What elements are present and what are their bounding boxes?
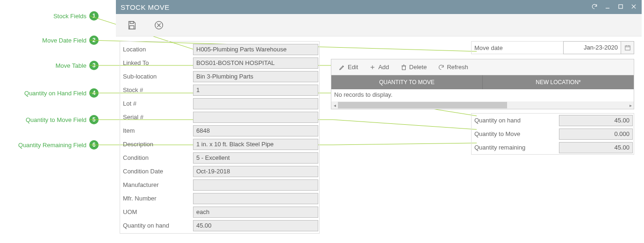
qty-onhand-label: Quantity on hand: [472, 117, 559, 124]
conditiondate-label: Condition Date: [121, 168, 193, 175]
qty-summary-panel: Quantity on hand45.00 Quantity to Move0.…: [471, 113, 634, 155]
qty-tomove-field[interactable]: 0.000: [559, 129, 633, 140]
linkedto-field[interactable]: BOS01-BOSTON HOSPITAL: [193, 57, 318, 69]
annot-badge-1: 1: [89, 11, 99, 21]
annot-badge-3: 3: [89, 61, 99, 70]
col-qty-to-move[interactable]: QUANTITY TO MOVE: [331, 75, 483, 89]
minimize-icon[interactable]: [604, 3, 611, 11]
svg-rect-14: [129, 25, 134, 29]
grid-empty-text: No records to display.: [331, 89, 634, 101]
qty-tomove-label: Quantity to Move: [472, 130, 559, 137]
toolbar: [116, 14, 642, 36]
svg-rect-10: [619, 4, 623, 8]
description-field[interactable]: 1 in. x 10 ft. Black Steel Pipe: [193, 139, 318, 150]
refresh-icon[interactable]: [591, 3, 598, 11]
close-icon[interactable]: [630, 3, 637, 11]
window-title: STOCK MOVE: [121, 3, 591, 11]
stock-move-window: STOCK MOVE LocationH005-Plumbing Parts W…: [116, 0, 642, 241]
annot-badge-5: 5: [89, 115, 99, 124]
item-field[interactable]: 6848: [193, 125, 318, 136]
qty-onhand-field[interactable]: 45.00: [559, 115, 633, 126]
condition-field[interactable]: 5 - Excellent: [193, 152, 318, 164]
manufacturer-field[interactable]: [193, 179, 318, 191]
sublocation-field[interactable]: Bin 3-Plumbing Parts: [193, 71, 318, 82]
svg-rect-13: [130, 21, 133, 23]
uom-label: UOM: [121, 208, 193, 215]
grid-delete-button[interactable]: Delete: [401, 64, 427, 71]
serial-label: Serial #: [121, 114, 193, 121]
grid-horizontal-scrollbar[interactable]: ◂▸: [331, 101, 634, 109]
movedate-label: Move date: [471, 41, 563, 54]
qoh-field[interactable]: 45.00: [193, 220, 318, 231]
grid-add-button[interactable]: Add: [369, 64, 389, 71]
lot-field[interactable]: [193, 98, 318, 109]
svg-rect-18: [625, 46, 630, 50]
stockno-label: Stock #: [121, 86, 193, 93]
annot-label-1: Stock Fields: [53, 13, 86, 20]
conditiondate-field[interactable]: Oct-19-2018: [193, 166, 318, 177]
mfrnumber-label: Mfr. Number: [121, 195, 193, 202]
qoh-label: Quantity on hand: [121, 222, 193, 229]
item-label: Item: [121, 127, 193, 134]
manufacturer-label: Manufacturer: [121, 181, 193, 188]
description-label: Description: [121, 141, 193, 148]
annot-label-2: Move Date Field: [42, 37, 86, 44]
cancel-button[interactable]: [151, 18, 166, 33]
grid-edit-button[interactable]: Edit: [339, 64, 358, 71]
location-field[interactable]: H005-Plumbing Parts Warehouse: [193, 44, 318, 55]
save-button[interactable]: [124, 18, 139, 33]
annot-label-3: Move Table: [56, 62, 86, 69]
svg-rect-24: [402, 66, 405, 70]
annot-badge-6: 6: [89, 140, 99, 150]
maximize-icon[interactable]: [617, 3, 624, 11]
titlebar: STOCK MOVE: [116, 0, 642, 14]
annot-label-5: Quantity to Move Field: [26, 116, 86, 123]
sublocation-label: Sub-location: [121, 73, 193, 80]
annot-label-6: Quantity Remaining Field: [18, 142, 86, 149]
location-label: Location: [121, 46, 193, 53]
annot-badge-2: 2: [89, 36, 99, 45]
move-table: Edit Add Delete Refresh QUANTITY TO MOVE…: [331, 59, 634, 109]
movedate-field[interactable]: Jan-23-2020: [563, 41, 621, 54]
qty-remain-label: Quantity remaining: [472, 144, 559, 151]
annot-badge-4: 4: [89, 88, 99, 98]
uom-field[interactable]: each: [193, 207, 318, 218]
mfrnumber-field[interactable]: [193, 193, 318, 204]
stockno-field[interactable]: 1: [193, 85, 318, 96]
annot-label-4: Quantity on Hand Field: [24, 90, 86, 97]
serial-field[interactable]: [193, 112, 318, 123]
grid-refresh-button[interactable]: Refresh: [438, 64, 468, 71]
col-new-location[interactable]: NEW LOCATION*: [483, 75, 634, 89]
stock-fields-panel: LocationH005-Plumbing Parts Warehouse Li…: [120, 41, 320, 234]
movedate-row: Move date Jan-23-2020: [471, 41, 634, 54]
condition-label: Condition: [121, 154, 193, 161]
qty-remain-field[interactable]: 45.00: [559, 142, 633, 153]
linkedto-label: Linked To: [121, 59, 193, 66]
calendar-icon[interactable]: [621, 41, 634, 54]
lot-label: Lot #: [121, 100, 193, 107]
